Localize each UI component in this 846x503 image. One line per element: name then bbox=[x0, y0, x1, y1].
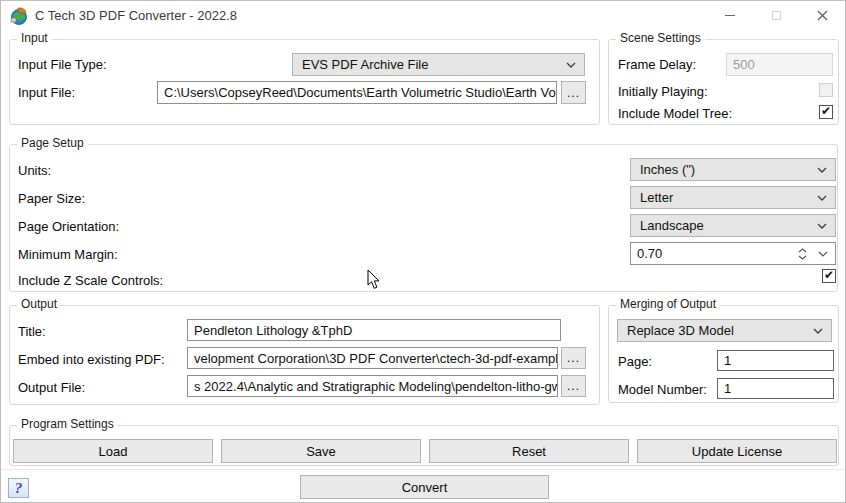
title-field[interactable]: Pendleton Lithology &TphD bbox=[187, 319, 561, 341]
scene-settings-group: Scene Settings Frame Delay: 500 Initiall… bbox=[608, 39, 839, 125]
model-number-label: Model Number: bbox=[618, 382, 707, 397]
page-setup-group: Page Setup Units: Inches (") Paper Size:… bbox=[9, 144, 838, 292]
input-file-value: C:\Users\CopseyReed\Documents\Earth Volu… bbox=[164, 85, 557, 100]
z-scale-label: Include Z Scale Controls: bbox=[18, 273, 163, 288]
initially-playing-label: Initially Playing: bbox=[618, 84, 708, 99]
input-file-type-combo[interactable]: EVS PDF Archive File bbox=[292, 53, 585, 76]
model-number-field[interactable]: 1 bbox=[717, 378, 834, 399]
chevron-down-icon bbox=[817, 195, 827, 201]
spinner-arrows[interactable] bbox=[795, 245, 809, 263]
app-window: C Tech 3D PDF Converter - 2022.8 Input I… bbox=[0, 0, 846, 503]
chevron-down-icon bbox=[566, 62, 576, 68]
title-value: Pendleton Lithology &TphD bbox=[194, 323, 352, 338]
input-file-field[interactable]: C:\Users\CopseyReed\Documents\Earth Volu… bbox=[157, 81, 557, 104]
close-icon bbox=[817, 10, 828, 21]
input-file-type-label: Input File Type: bbox=[18, 57, 107, 72]
output-group-title: Output bbox=[17, 297, 61, 312]
app-icon bbox=[10, 7, 28, 25]
page-label: Page: bbox=[618, 354, 652, 369]
input-file-browse-button[interactable]: ... bbox=[561, 81, 586, 104]
frame-delay-value: 500 bbox=[733, 57, 755, 72]
maximize-button bbox=[753, 1, 799, 30]
model-number-value: 1 bbox=[724, 381, 731, 396]
page-orientation-combo[interactable]: Landscape bbox=[630, 214, 836, 237]
paper-size-value: Letter bbox=[640, 190, 673, 205]
chevron-down-icon bbox=[817, 223, 827, 229]
include-model-tree-checkbox[interactable]: ✔ bbox=[819, 105, 833, 119]
minimum-margin-value: 0.70 bbox=[637, 246, 662, 261]
output-file-label: Output File: bbox=[18, 380, 85, 395]
minimum-margin-spinner[interactable]: 0.70 bbox=[630, 242, 836, 265]
convert-button[interactable]: Convert bbox=[300, 475, 549, 499]
page-orientation-label: Page Orientation: bbox=[18, 219, 119, 234]
chevron-down-icon bbox=[798, 255, 807, 260]
output-group: Output Title: Pendleton Lithology &TphD … bbox=[9, 305, 600, 405]
embed-pdf-value: velopment Corporation\3D PDF Converter\c… bbox=[194, 351, 558, 366]
close-button[interactable] bbox=[799, 1, 845, 30]
checkmark-icon: ✔ bbox=[824, 269, 834, 281]
frame-delay-label: Frame Delay: bbox=[618, 57, 696, 72]
update-license-button[interactable]: Update License bbox=[637, 439, 837, 463]
minimize-icon bbox=[725, 15, 735, 16]
include-model-tree-label: Include Model Tree: bbox=[618, 106, 732, 121]
units-label: Units: bbox=[18, 163, 51, 178]
merge-mode-combo[interactable]: Replace 3D Model bbox=[617, 319, 832, 342]
merging-group-title: Merging of Output bbox=[616, 297, 720, 312]
footer-divider bbox=[1, 469, 845, 470]
embed-pdf-field[interactable]: velopment Corporation\3D PDF Converter\c… bbox=[187, 347, 558, 369]
output-file-browse-button[interactable]: ... bbox=[561, 375, 586, 397]
input-file-label: Input File: bbox=[18, 85, 75, 100]
merging-group: Merging of Output Replace 3D Model Page:… bbox=[608, 305, 839, 403]
initially-playing-checkbox bbox=[819, 83, 833, 97]
save-button[interactable]: Save bbox=[221, 439, 421, 463]
title-label: Title: bbox=[18, 324, 46, 339]
output-file-value: s 2022.4\Analytic and Stratigraphic Mode… bbox=[194, 379, 558, 394]
maximize-icon bbox=[772, 11, 781, 20]
paper-size-label: Paper Size: bbox=[18, 191, 85, 206]
page-setup-title: Page Setup bbox=[17, 136, 88, 151]
window-title: C Tech 3D PDF Converter - 2022.8 bbox=[35, 8, 237, 23]
paper-size-combo[interactable]: Letter bbox=[630, 186, 836, 209]
input-group-title: Input bbox=[17, 31, 52, 46]
embed-pdf-label: Embed into existing PDF: bbox=[18, 352, 165, 367]
merge-mode-value: Replace 3D Model bbox=[627, 323, 734, 338]
units-value: Inches (") bbox=[640, 162, 695, 177]
minimum-margin-label: Minimum Margin: bbox=[18, 247, 118, 262]
output-file-field[interactable]: s 2022.4\Analytic and Stratigraphic Mode… bbox=[187, 375, 558, 397]
input-file-type-value: EVS PDF Archive File bbox=[302, 57, 428, 72]
chevron-up-icon bbox=[798, 248, 807, 253]
frame-delay-field: 500 bbox=[726, 53, 833, 76]
chevron-down-icon bbox=[813, 328, 823, 334]
program-settings-title: Program Settings bbox=[17, 417, 118, 432]
input-group: Input Input File Type: EVS PDF Archive F… bbox=[9, 39, 600, 125]
program-settings-group: Program Settings Load Save Reset Update … bbox=[9, 425, 839, 466]
page-field[interactable]: 1 bbox=[717, 350, 834, 371]
help-button[interactable]: ? bbox=[8, 478, 29, 498]
embed-pdf-browse-button[interactable]: ... bbox=[561, 347, 586, 369]
reset-button[interactable]: Reset bbox=[429, 439, 629, 463]
z-scale-checkbox[interactable]: ✔ bbox=[822, 269, 836, 283]
load-button[interactable]: Load bbox=[13, 439, 213, 463]
minimize-button[interactable] bbox=[707, 1, 753, 30]
chevron-down-icon bbox=[817, 167, 827, 173]
chevron-down-icon bbox=[818, 251, 828, 257]
checkmark-icon: ✔ bbox=[821, 105, 831, 117]
title-bar: C Tech 3D PDF Converter - 2022.8 bbox=[1, 1, 845, 31]
mouse-cursor bbox=[367, 269, 381, 290]
units-combo[interactable]: Inches (") bbox=[630, 158, 836, 181]
scene-settings-title: Scene Settings bbox=[616, 31, 705, 46]
page-orientation-value: Landscape bbox=[640, 218, 704, 233]
page-value: 1 bbox=[724, 353, 731, 368]
